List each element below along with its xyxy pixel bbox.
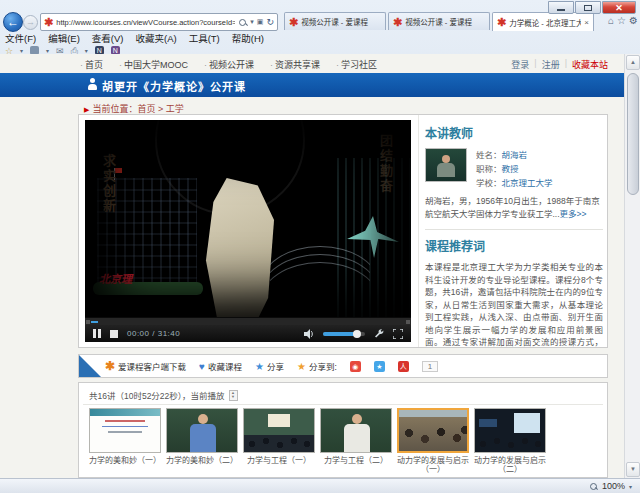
menu-view[interactable]: 查看(V) [92,31,124,45]
home-icon[interactable]: ⌂ [608,15,614,27]
speaker-icon [87,78,98,91]
forward-button[interactable]: → [23,15,38,30]
pause-button[interactable] [93,329,101,338]
lecture-thumbnail-3[interactable] [243,408,315,453]
heart-icon: ♥ [199,361,205,372]
sort-icon[interactable]: ▲▼ [229,390,238,401]
lecture-thumbnail-5-current[interactable] [397,408,469,453]
renren-icon[interactable]: 人 [398,361,409,372]
tab-video-open-course-1[interactable]: ✱ 视频公开课 - 爱课程 [284,12,386,30]
lecture-thumbnail-4[interactable] [320,408,392,453]
login-link[interactable]: 登录 [511,58,529,71]
more-link[interactable]: 更多>> [560,209,587,219]
lecture-caption-1[interactable]: 力学的美和妙（一） [85,456,165,465]
favorites-icon[interactable]: ☆ [617,15,626,27]
tab-bar: ✱ 视频公开课 - 爱课程 ✱ 视频公开课 - 爱课程 ✱ 力学概论 - 北京理… [284,12,594,31]
recommend-heading: 课程推荐词 [425,237,603,254]
scroll-up-icon[interactable]: ▲ [626,55,640,70]
tab-mechanics-course[interactable]: ✱ 力学概论 - 北京理工大... × [492,12,594,31]
seek-bar[interactable] [85,317,411,325]
nav-learning-community[interactable]: ·学习社区 [336,58,377,71]
tab-favicon-icon: ✱ [497,17,506,27]
compatibility-view-icon[interactable]: ▣ [257,18,264,26]
favorite-site-link[interactable]: 收藏本站 [572,58,608,71]
menu-tools[interactable]: 工具(T) [189,31,220,45]
browser-action-icons: ⌂ ☆ ⚙ [608,15,638,27]
lecture-caption-5[interactable]: 动力学的发展与启示（一） [393,456,473,474]
volume-fill [323,332,357,336]
share-button[interactable]: ★分享 [255,360,284,372]
close-icon: ✕ [615,3,623,13]
menu-file[interactable]: 文件(F) [5,31,36,45]
divider [418,115,419,347]
action-toolbar: ✱爱课程客户端下载 ♥收藏课程 ★分享 ★分享到: ◉ ★ 人 1 [78,354,608,378]
address-bar[interactable]: ✱ ▾ ▣ ↻ [40,13,278,31]
refresh-icon[interactable]: ↻ [266,17,274,27]
video-screen[interactable]: 北京理 团结勤奋 求实创新 [85,120,411,317]
vertical-scrollbar[interactable]: ▲ ▼ [624,54,640,478]
share-to-label: ★分享到: [297,360,337,372]
settings-wrench-icon[interactable] [374,329,384,339]
lecture-caption-6[interactable]: 动力学的发展与启示（二） [470,456,550,474]
lecture-caption-2[interactable]: 力学的美和妙（二） [162,456,242,465]
scroll-down-icon[interactable]: ▼ [626,462,640,477]
site-favicon-icon: ✱ [44,17,53,27]
maximize-icon [584,5,592,11]
tab-close-icon[interactable]: × [584,18,589,27]
bullet-icon: · [80,60,83,70]
volume-slider[interactable] [323,332,365,336]
lecture-thumbnail-6[interactable] [474,408,546,453]
scrollbar-thumb[interactable] [627,73,639,195]
lecture-caption-3[interactable]: 力学与工程（一） [239,456,319,465]
menu-help[interactable]: 帮助(H) [232,31,264,45]
status-bar: 100% ▾ [0,478,640,493]
volume-icon[interactable] [304,329,314,339]
menu-favorites[interactable]: 收藏夹(A) [135,31,176,45]
menu-edit[interactable]: 编辑(E) [48,31,80,45]
back-button[interactable]: ← [3,12,23,32]
breadcrumb-home-link[interactable]: 首页 [137,104,155,114]
teacher-title-row: 职称：教授 [476,162,553,176]
time-display: 00:00 / 31:40 [127,329,180,338]
lecture-caption-4[interactable]: 力学与工程（二） [316,456,396,465]
nav-home[interactable]: ·首页 [80,58,103,71]
share-to-star-icon: ★ [297,361,306,372]
share-count: 1 [422,361,438,372]
bullet-icon: · [204,60,207,70]
close-button[interactable]: ✕ [602,1,636,14]
volume-knob [353,330,361,338]
stop-button[interactable] [110,330,118,338]
search-dropdown-icon[interactable]: ▾ [250,18,254,26]
dropdown-icon[interactable]: ▾ [85,47,88,54]
zoom-level[interactable]: 100% [602,481,625,491]
fullscreen-icon[interactable] [393,329,403,339]
lecture-thumbnail-1[interactable] [89,408,161,453]
divider [83,404,603,405]
dropdown-icon[interactable]: ▾ [20,47,23,54]
url-input[interactable] [56,18,235,27]
register-link[interactable]: 注册 [542,58,560,71]
breadcrumb-category-link[interactable]: 工学 [166,104,184,114]
favorite-course-button[interactable]: ♥收藏课程 [199,360,242,372]
seek-marker [86,320,90,324]
gear-icon[interactable]: ⚙ [629,15,638,27]
video-player: 北京理 团结勤奋 求实创新 00:00 / 31:40 [85,120,411,342]
dropdown-icon[interactable]: ▾ [46,47,49,54]
zoom-dropdown-icon[interactable]: ▾ [629,483,632,490]
nav-video-open-course[interactable]: ·视频公开课 [204,58,254,71]
qzone-icon[interactable]: ★ [374,361,385,372]
nav-shared-resources[interactable]: ·资源共享课 [270,58,320,71]
minimize-button[interactable] [548,1,574,14]
seek-marker [406,320,410,324]
search-icon[interactable] [238,18,247,27]
maximize-button[interactable] [575,1,601,14]
client-download-link[interactable]: ✱爱课程客户端下载 [105,360,186,372]
tab-title: 力学概论 - 北京理工大... [509,17,581,28]
weibo-icon[interactable]: ◉ [350,361,361,372]
nav-mooc[interactable]: ·中国大学MOOC [119,58,188,71]
tab-video-open-course-2[interactable]: ✱ 视频公开课 - 爱课程 [388,12,490,30]
bullet-icon: · [119,60,122,70]
lecture-thumbnail-2[interactable] [166,408,238,453]
back-icon: ← [7,15,19,29]
teacher-heading: 本讲教师 [425,124,603,141]
